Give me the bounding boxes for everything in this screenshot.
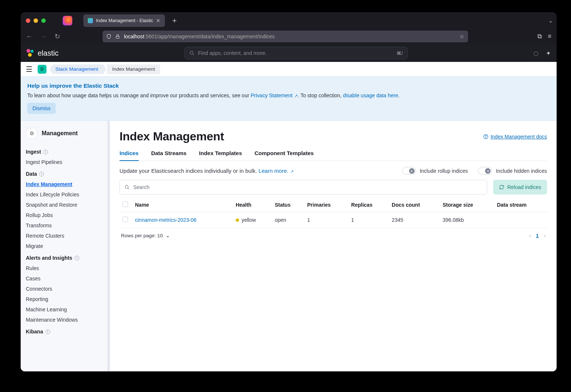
search-icon xyxy=(189,50,194,56)
tabs-dropdown-icon[interactable]: ⌄ xyxy=(548,18,553,24)
sidebar-item[interactable]: Cases xyxy=(21,273,110,284)
dismiss-button[interactable]: Dismiss xyxy=(27,103,56,114)
sidebar-item[interactable]: Connectors xyxy=(21,284,110,294)
select-all-checkbox[interactable] xyxy=(122,202,128,207)
col-docs[interactable]: Docs count xyxy=(389,198,440,212)
newsfeed-icon[interactable]: ✦ xyxy=(546,50,551,57)
browser-toolbar: ← → ↻ localhost:5601/app/management/data… xyxy=(21,29,557,44)
telemetry-banner: Help us improve the Elastic Stack To lea… xyxy=(21,77,557,121)
minimize-window-icon[interactable] xyxy=(34,18,38,23)
tab-component-templates[interactable]: Component Templates xyxy=(255,150,314,161)
indices-table: Name Health Status Primaries Replicas Do… xyxy=(120,198,547,228)
address-bar[interactable]: localhost:5601/app/management/data/index… xyxy=(103,31,468,42)
deployment-badge[interactable]: D xyxy=(38,65,46,74)
tab-close-icon[interactable]: ✕ xyxy=(156,18,160,24)
sidebar-item[interactable]: Index Management xyxy=(21,179,110,189)
traffic-lights xyxy=(26,18,46,23)
maximize-window-icon[interactable] xyxy=(41,18,46,23)
svg-point-1 xyxy=(190,51,193,54)
extensions-icon[interactable]: ⧉ xyxy=(537,33,542,40)
sidebar-item[interactable]: Transforms xyxy=(21,220,110,231)
index-search-input[interactable]: Search xyxy=(120,180,487,195)
info-icon: i xyxy=(45,329,50,334)
cell-storage: 396.08kb xyxy=(440,212,494,228)
elastic-logo[interactable]: elastic xyxy=(27,49,59,57)
toggle-switch-icon[interactable] xyxy=(478,167,492,175)
svg-point-4 xyxy=(125,185,128,188)
tab-index-templates[interactable]: Index Templates xyxy=(199,150,242,161)
tab-indices[interactable]: Indices xyxy=(120,150,139,161)
privacy-statement-link[interactable]: Privacy Statement ↗ xyxy=(250,92,298,98)
shield-icon xyxy=(106,34,111,39)
breadcrumb-stack-management[interactable]: Stack Management xyxy=(50,64,103,74)
management-sidebar: ⚙ Management IngestiIngest PipelinesData… xyxy=(21,121,110,371)
row-checkbox[interactable] xyxy=(122,217,128,222)
table-footer: Rows per page: 10 ⌄ ‹ 1 › xyxy=(120,228,547,243)
external-link-icon: ↗ xyxy=(293,94,298,98)
cell-docs: 2345 xyxy=(389,212,440,228)
new-tab-button[interactable]: ＋ xyxy=(171,15,178,25)
prev-page-icon[interactable]: ‹ xyxy=(529,233,531,238)
docs-link[interactable]: Index Management docs xyxy=(483,134,547,140)
app-menu-icon[interactable]: ≡ xyxy=(548,33,551,40)
kibana-header: elastic Find apps, content, and more. ⌘/… xyxy=(21,44,557,62)
index-name-link[interactable]: cinnamon-metrics-2023-06 xyxy=(135,217,197,223)
sidebar-section-heading: Ingesti xyxy=(21,145,110,157)
sidebar-item[interactable]: Machine Learning xyxy=(21,304,110,315)
banner-text: To learn about how usage data helps us m… xyxy=(27,92,550,98)
tab-title: Index Management - Elastic xyxy=(96,18,153,23)
table-row: cinnamon-metrics-2023-06yellowopen112345… xyxy=(120,212,547,228)
next-page-icon[interactable]: › xyxy=(544,233,546,238)
bookmark-star-icon[interactable]: ☆ xyxy=(460,34,464,39)
toggle-hidden[interactable]: Include hidden indices xyxy=(478,167,547,175)
banner-title: Help us improve the Elastic Stack xyxy=(27,83,550,89)
col-replicas[interactable]: Replicas xyxy=(348,198,389,212)
browser-tab[interactable]: Index Management - Elastic ✕ xyxy=(83,14,165,27)
toggle-rollup[interactable]: Include rollup indices xyxy=(402,167,468,175)
help-icon[interactable]: ◌ xyxy=(533,50,539,57)
firefox-icon xyxy=(63,16,72,25)
sidebar-item[interactable]: Rules xyxy=(21,263,110,273)
col-storage[interactable]: Storage size xyxy=(440,198,494,212)
reload-page-button[interactable]: ↻ xyxy=(52,32,63,41)
sidebar-item[interactable]: Snapshot and Restore xyxy=(21,200,110,210)
page-number[interactable]: 1 xyxy=(536,233,539,238)
sidebar-item[interactable]: Maintenance Windows xyxy=(21,315,110,325)
back-button[interactable]: ← xyxy=(24,33,35,41)
health-dot-icon xyxy=(236,218,239,222)
page-title: Index Management xyxy=(120,130,224,143)
cell-status: open xyxy=(272,212,304,228)
sidebar-item[interactable]: Index Lifecycle Policies xyxy=(21,189,110,200)
search-shortcut: ⌘/ xyxy=(397,50,403,56)
forward-button[interactable]: → xyxy=(38,33,49,41)
sidebar-item[interactable]: Ingest Pipelines xyxy=(21,157,110,167)
sidebar-item[interactable]: Migrate xyxy=(21,241,110,251)
info-icon: i xyxy=(39,172,44,176)
col-health[interactable]: Health xyxy=(233,198,272,212)
col-primaries[interactable]: Primaries xyxy=(304,198,348,212)
tab-data-streams[interactable]: Data Streams xyxy=(151,150,187,161)
col-stream[interactable]: Data stream xyxy=(494,198,547,212)
close-window-icon[interactable] xyxy=(26,18,30,23)
col-status[interactable]: Status xyxy=(272,198,304,212)
disable-usage-link[interactable]: disable usage data here xyxy=(343,92,398,98)
global-search-placeholder: Find apps, content, and more. xyxy=(198,50,267,56)
reload-indices-button[interactable]: Reload indices xyxy=(493,180,547,195)
learn-more-link[interactable]: Learn more. ↗ xyxy=(259,168,294,174)
rows-per-page[interactable]: Rows per page: 10 ⌄ xyxy=(121,232,170,238)
global-search[interactable]: Find apps, content, and more. ⌘/ xyxy=(184,47,408,59)
tab-list: Indices Data Streams Index Templates Com… xyxy=(120,150,547,161)
col-name[interactable]: Name xyxy=(132,198,233,212)
search-icon xyxy=(124,185,129,190)
nav-toggle-icon[interactable]: ☰ xyxy=(24,65,34,74)
toggle-switch-icon[interactable] xyxy=(402,167,416,175)
breadcrumb-index-management: Index Management xyxy=(107,64,160,74)
header-right: ◌ ✦ xyxy=(533,50,551,57)
help-circle-icon xyxy=(483,134,488,139)
toggle-group: Include rollup indices Include hidden in… xyxy=(402,167,547,175)
sidebar-item[interactable]: Remote Clusters xyxy=(21,231,110,241)
sidebar-item[interactable]: Reporting xyxy=(21,294,110,304)
cell-stream xyxy=(494,212,547,228)
tab-favicon-icon xyxy=(88,18,93,23)
sidebar-item[interactable]: Rollup Jobs xyxy=(21,210,110,220)
